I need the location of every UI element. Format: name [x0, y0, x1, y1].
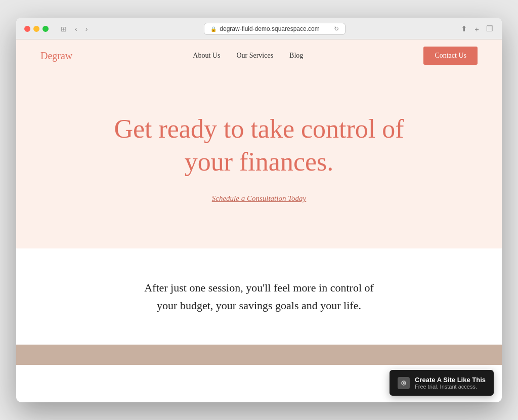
consultation-link[interactable]: Schedule a Consultation Today	[212, 194, 307, 203]
squarespace-icon	[398, 377, 410, 389]
address-bar: 🔒 degraw-fluid-demo.squarespace.com ↻	[96, 23, 454, 35]
duplicate-icon[interactable]: ❐	[485, 23, 494, 34]
contact-us-button[interactable]: Contact Us	[423, 47, 478, 65]
bottom-image-hint	[16, 345, 502, 365]
minimize-button[interactable]	[33, 26, 39, 32]
new-tab-icon[interactable]: +	[473, 24, 480, 34]
site-logo[interactable]: Degraw	[40, 50, 72, 62]
hero-section: Get ready to take control of your financ…	[16, 72, 502, 248]
hero-heading: Get ready to take control of your financ…	[107, 112, 411, 178]
url-field[interactable]: 🔒 degraw-fluid-demo.squarespace.com ↻	[204, 23, 346, 35]
website-content: Degraw About Us Our Services Blog Contac…	[16, 39, 502, 402]
badge-title: Create A Site Like This	[415, 376, 486, 384]
nav-link-blog[interactable]: Blog	[289, 52, 303, 60]
lock-icon: 🔒	[210, 26, 217, 32]
browser-chrome: ⊞ ‹ › 🔒 degraw-fluid-demo.squarespace.co…	[16, 18, 502, 39]
browser-window: ⊞ ‹ › 🔒 degraw-fluid-demo.squarespace.co…	[16, 18, 502, 402]
forward-button[interactable]: ›	[83, 24, 90, 34]
reload-icon[interactable]: ↻	[334, 25, 339, 32]
nav-link-about[interactable]: About Us	[193, 52, 220, 60]
content-section: After just one session, you'll feel more…	[16, 248, 502, 345]
badge-subtitle: Free trial. Instant access.	[415, 384, 486, 390]
window-toggle-icon[interactable]: ⊞	[59, 24, 69, 34]
browser-actions: ⬆ + ❐	[460, 23, 494, 34]
nav-links: About Us Our Services Blog	[193, 52, 303, 60]
badge-text: Create A Site Like This Free trial. Inst…	[415, 376, 486, 390]
nav-bar: Degraw About Us Our Services Blog Contac…	[16, 39, 502, 72]
share-icon[interactable]: ⬆	[460, 23, 468, 34]
body-text: After just one session, you'll feel more…	[138, 279, 380, 314]
squarespace-badge[interactable]: Create A Site Like This Free trial. Inst…	[390, 370, 494, 396]
back-button[interactable]: ‹	[73, 24, 79, 34]
maximize-button[interactable]	[42, 26, 49, 32]
browser-controls: ⊞ ‹ ›	[59, 24, 90, 34]
close-button[interactable]	[24, 26, 30, 32]
url-text: degraw-fluid-demo.squarespace.com	[220, 25, 319, 32]
traffic-lights	[24, 26, 49, 32]
nav-link-services[interactable]: Our Services	[236, 52, 273, 60]
